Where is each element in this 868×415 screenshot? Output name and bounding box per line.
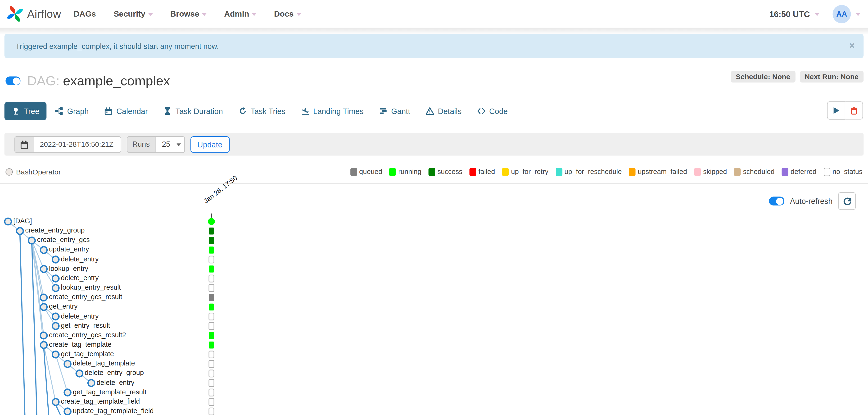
- tab-label: Tree: [24, 107, 39, 115]
- task-label: lookup_entry: [49, 265, 88, 272]
- tab-calendar[interactable]: Calendar: [97, 102, 155, 120]
- task-label: delete_entry: [97, 379, 134, 386]
- task-status-no_status[interactable]: [209, 285, 214, 291]
- task-status-no_status[interactable]: [209, 313, 214, 320]
- task-status-no_status[interactable]: [209, 323, 214, 329]
- filter-bar: Runs 25 Update: [4, 133, 864, 156]
- bash-operator-swatch: [5, 168, 12, 175]
- task-status-success[interactable]: [209, 228, 214, 234]
- task-status-no_status[interactable]: [209, 351, 214, 358]
- tab-landing-times[interactable]: Landing Times: [294, 102, 371, 120]
- dag-actions: [827, 101, 863, 120]
- task-status-success[interactable]: [209, 237, 214, 244]
- task-node-create_entry_group[interactable]: [17, 228, 23, 234]
- nav-item-label: Security: [114, 9, 146, 18]
- task-node-lookup_entry_result[interactable]: [52, 285, 59, 291]
- nav-item-browse[interactable]: Browse: [170, 9, 207, 18]
- task-status-no_status[interactable]: [209, 275, 214, 282]
- runs-label: Runs: [127, 136, 155, 153]
- date-input-group: [14, 136, 121, 153]
- tab-tree[interactable]: Tree: [4, 102, 47, 120]
- task-status-running[interactable]: [209, 342, 214, 348]
- task-node-delete_entry_group[interactable]: [76, 370, 83, 377]
- task-node-update_tag_template_field[interactable]: [64, 408, 71, 415]
- airflow-logo-icon: [5, 4, 24, 23]
- task-status-running[interactable]: [209, 246, 214, 254]
- delete-dag-button[interactable]: [845, 101, 863, 120]
- task-label: get_entry: [49, 303, 78, 310]
- operator-legend-item: BashOperator: [5, 168, 61, 176]
- tree-edge-continues: [56, 405, 61, 415]
- tab-details[interactable]: Details: [418, 102, 469, 120]
- task-node-create_entry_gcs_result[interactable]: [40, 294, 47, 301]
- legend-label: skipped: [703, 168, 727, 176]
- tab-code[interactable]: Code: [470, 102, 515, 120]
- alert-close-icon[interactable]: ×: [849, 34, 855, 58]
- task-status-no_status[interactable]: [209, 408, 214, 415]
- nav-right: 16:50 UTC AA: [769, 0, 860, 28]
- legend-label: up_for_reschedule: [564, 168, 622, 176]
- task-status-no_status[interactable]: [209, 389, 214, 396]
- task-node-DAG[interactable]: [5, 218, 11, 225]
- task-label: delete_entry: [61, 312, 98, 320]
- user-avatar[interactable]: AA: [833, 5, 851, 23]
- runs-select[interactable]: 25: [155, 136, 185, 153]
- tab-task-tries[interactable]: Task Tries: [231, 102, 292, 120]
- task-status-running[interactable]: [209, 332, 214, 339]
- task-node-get_tag_template[interactable]: [52, 351, 59, 358]
- nav-item-docs[interactable]: Docs: [274, 9, 301, 18]
- nav-item-admin[interactable]: Admin: [224, 9, 256, 18]
- trash-icon: [850, 107, 858, 115]
- legend-label: failed: [478, 168, 495, 176]
- task-node-create_entry_gcs[interactable]: [28, 237, 35, 244]
- task-node-delete_entry[interactable]: [52, 313, 59, 320]
- details-icon: [426, 107, 434, 115]
- dag-run-status-running[interactable]: [208, 218, 215, 225]
- task-node-get_entry[interactable]: [40, 304, 47, 310]
- task-status-no_status[interactable]: [209, 360, 214, 367]
- task-node-update_entry[interactable]: [40, 247, 47, 254]
- refresh-button[interactable]: [838, 192, 856, 210]
- auto-refresh-toggle[interactable]: [769, 197, 784, 206]
- refresh-icon: [842, 196, 851, 206]
- retry-icon: [238, 107, 247, 115]
- task-status-queued[interactable]: [209, 294, 214, 301]
- base-date-input[interactable]: [34, 136, 121, 153]
- airflow-brand[interactable]: Airflow: [5, 4, 61, 23]
- legend-row: BashOperator queuedrunningsuccessfailedu…: [5, 164, 862, 179]
- task-node-create_entry_gcs_result2[interactable]: [40, 332, 47, 339]
- task-node-delete_tag_template[interactable]: [64, 361, 71, 367]
- legend-item-up_for_retry: up_for_retry: [502, 168, 549, 176]
- task-status-running[interactable]: [209, 304, 214, 310]
- task-node-create_tag_template_field[interactable]: [52, 398, 59, 405]
- task-node-delete_entry[interactable]: [88, 380, 95, 386]
- nav-item-security[interactable]: Security: [114, 9, 153, 18]
- update-button[interactable]: Update: [190, 136, 229, 153]
- tab-graph[interactable]: Graph: [48, 102, 96, 120]
- task-node-lookup_entry[interactable]: [40, 266, 47, 272]
- task-status-no_status[interactable]: [209, 380, 214, 386]
- play-icon: [832, 107, 840, 115]
- task-node-create_tag_template[interactable]: [40, 342, 47, 348]
- task-node-delete_entry[interactable]: [52, 256, 59, 263]
- calendar-addon[interactable]: [14, 136, 34, 153]
- dag-pause-toggle[interactable]: [5, 76, 20, 85]
- task-label: get_tag_template: [61, 350, 114, 358]
- task-status-no_status[interactable]: [209, 398, 214, 405]
- tab-task-duration[interactable]: Task Duration: [156, 102, 230, 120]
- task-node-delete_entry[interactable]: [52, 275, 59, 282]
- task-status-no_status[interactable]: [209, 370, 214, 377]
- tab-gantt[interactable]: Gantt: [372, 102, 417, 120]
- task-node-get_tag_template_result[interactable]: [64, 389, 71, 396]
- task-status-running[interactable]: [209, 265, 214, 272]
- task-label: create_tag_template: [49, 340, 112, 348]
- legend-item-skipped: skipped: [694, 168, 727, 176]
- tree-edge-continues: [20, 234, 25, 415]
- tab-label: Details: [438, 107, 462, 115]
- nav-item-dags[interactable]: DAGs: [74, 9, 96, 18]
- nav-item-label: Browse: [170, 9, 199, 18]
- utc-clock[interactable]: 16:50 UTC: [769, 9, 810, 19]
- task-node-get_entry_result[interactable]: [52, 323, 59, 329]
- trigger-dag-button[interactable]: [827, 101, 845, 120]
- task-status-no_status[interactable]: [209, 256, 214, 263]
